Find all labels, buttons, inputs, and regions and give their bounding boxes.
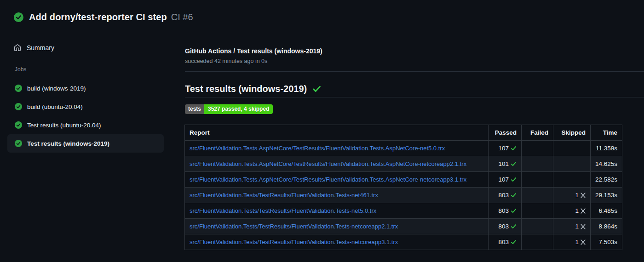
failed-cell bbox=[522, 188, 553, 203]
skipped-cell: 1 bbox=[553, 203, 591, 219]
report-file-link[interactable]: src/FluentValidation.Tests/TestResults/F… bbox=[190, 239, 398, 245]
report-file-link[interactable]: src/FluentValidation.Tests.AspNetCore/Te… bbox=[190, 176, 466, 183]
job-title: GitHub Actions / Test results (windows-2… bbox=[185, 47, 322, 55]
failed-cell bbox=[522, 172, 553, 188]
time-cell: 22.582s bbox=[591, 172, 622, 188]
job-success-check-circle-icon bbox=[15, 121, 22, 129]
sidebar: Summary Jobs build (windows-2019) build … bbox=[7, 40, 164, 153]
passed-check-icon bbox=[511, 176, 517, 183]
passed-check-icon bbox=[511, 160, 517, 167]
report-table-row: src/FluentValidation.Tests/TestResults/F… bbox=[185, 203, 622, 219]
passed-cell: 803 bbox=[489, 234, 522, 250]
skipped-cell: 1 bbox=[553, 234, 591, 250]
skipped-cell: 1 bbox=[553, 219, 591, 234]
report-heading: Test results (windows-2019) bbox=[185, 84, 321, 94]
passed-cell: 107 bbox=[489, 172, 522, 188]
passed-cell: 803 bbox=[489, 219, 522, 234]
table-header-row: ReportPassedFailedSkippedTime bbox=[185, 125, 622, 141]
column-header-time: Time bbox=[591, 125, 622, 141]
failed-cell bbox=[522, 141, 553, 156]
skipped-x-icon bbox=[581, 239, 586, 245]
report-table-row: src/FluentValidation.Tests/TestResults/F… bbox=[185, 188, 622, 203]
skipped-cell bbox=[553, 141, 591, 156]
tests-status-badge: tests 3527 passed, 4 skipped bbox=[185, 104, 273, 114]
job-label: build (windows-2019) bbox=[27, 85, 86, 92]
badge-label: tests bbox=[185, 104, 204, 114]
time-cell: 29.153s bbox=[591, 188, 622, 203]
skipped-x-icon bbox=[581, 192, 586, 199]
heading-success-check-icon bbox=[312, 85, 321, 93]
failed-cell bbox=[522, 156, 553, 172]
skipped-x-icon bbox=[581, 207, 586, 214]
column-header-passed: Passed bbox=[489, 125, 522, 141]
skipped-cell bbox=[553, 156, 591, 172]
jobs-list: build (windows-2019) build (ubuntu-20.04… bbox=[7, 79, 164, 153]
report-table-row: src/FluentValidation.Tests/TestResults/F… bbox=[185, 219, 622, 234]
passed-cell: 803 bbox=[489, 188, 522, 203]
passed-check-icon bbox=[511, 207, 517, 214]
column-header-failed: Failed bbox=[522, 125, 553, 141]
time-cell: 8.864s bbox=[591, 219, 622, 234]
sidebar-job-item[interactable]: Test results (windows-2019) bbox=[7, 134, 164, 153]
job-success-check-circle-icon bbox=[15, 85, 22, 92]
failed-cell bbox=[522, 234, 553, 250]
summary-label: Summary bbox=[27, 44, 54, 51]
report-file-link[interactable]: src/FluentValidation.Tests.AspNetCore/Te… bbox=[190, 145, 445, 152]
job-label: Test results (windows-2019) bbox=[27, 140, 109, 147]
time-cell: 7.503s bbox=[591, 234, 622, 250]
report-file-link[interactable]: src/FluentValidation.Tests/TestResults/F… bbox=[190, 192, 378, 199]
job-success-check-circle-icon bbox=[15, 103, 22, 110]
test-results-table: ReportPassedFailedSkippedTime src/Fluent… bbox=[184, 125, 622, 250]
report-table-row: src/FluentValidation.Tests/TestResults/F… bbox=[185, 234, 622, 250]
run-success-check-circle-icon bbox=[14, 12, 23, 22]
passed-check-icon bbox=[511, 192, 517, 199]
job-status-line: succeeded 42 minutes ago in 0s bbox=[185, 58, 267, 64]
passed-check-icon bbox=[511, 145, 517, 152]
header-divider bbox=[185, 71, 644, 72]
sidebar-item-summary[interactable]: Summary bbox=[7, 40, 164, 55]
job-label: build (ubuntu-20.04) bbox=[27, 103, 83, 110]
badge-value: 3527 passed, 4 skipped bbox=[204, 104, 273, 114]
passed-cell: 101 bbox=[489, 156, 522, 172]
report-table-row: src/FluentValidation.Tests.AspNetCore/Te… bbox=[185, 172, 622, 188]
heading-divider bbox=[185, 97, 644, 97]
passed-cell: 803 bbox=[489, 203, 522, 219]
time-cell: 6.485s bbox=[591, 203, 622, 219]
job-label: Test results (ubuntu-20.04) bbox=[27, 122, 101, 129]
report-heading-text: Test results (windows-2019) bbox=[185, 84, 307, 94]
failed-cell bbox=[522, 219, 553, 234]
passed-check-icon bbox=[511, 223, 517, 230]
passed-check-icon bbox=[511, 239, 517, 245]
skipped-cell: 1 bbox=[553, 188, 591, 203]
sidebar-job-item[interactable]: build (windows-2019) bbox=[7, 79, 164, 97]
report-file-link[interactable]: src/FluentValidation.Tests/TestResults/F… bbox=[190, 207, 376, 214]
column-header-skipped: Skipped bbox=[553, 125, 591, 141]
run-title: Add dorny/test-reporter CI step bbox=[29, 12, 167, 23]
report-table-row: src/FluentValidation.Tests.AspNetCore/Te… bbox=[185, 156, 622, 172]
jobs-section-label: Jobs bbox=[15, 66, 164, 73]
report-table-row: src/FluentValidation.Tests.AspNetCore/Te… bbox=[185, 141, 622, 156]
column-header-report: Report bbox=[185, 125, 489, 141]
report-file-link[interactable]: src/FluentValidation.Tests/TestResults/F… bbox=[190, 223, 398, 230]
skipped-cell bbox=[553, 172, 591, 188]
home-icon bbox=[14, 44, 21, 51]
sidebar-job-item[interactable]: Test results (ubuntu-20.04) bbox=[7, 116, 164, 134]
run-header: Add dorny/test-reporter CI step CI #6 bbox=[14, 12, 193, 23]
run-number: CI #6 bbox=[171, 12, 193, 23]
failed-cell bbox=[522, 203, 553, 219]
time-cell: 14.625s bbox=[591, 156, 622, 172]
sidebar-job-item[interactable]: build (ubuntu-20.04) bbox=[7, 97, 164, 116]
skipped-x-icon bbox=[581, 223, 586, 230]
time-cell: 11.359s bbox=[591, 141, 622, 156]
passed-cell: 107 bbox=[489, 141, 522, 156]
job-success-check-circle-icon bbox=[15, 140, 22, 147]
report-file-link[interactable]: src/FluentValidation.Tests.AspNetCore/Te… bbox=[190, 160, 466, 167]
